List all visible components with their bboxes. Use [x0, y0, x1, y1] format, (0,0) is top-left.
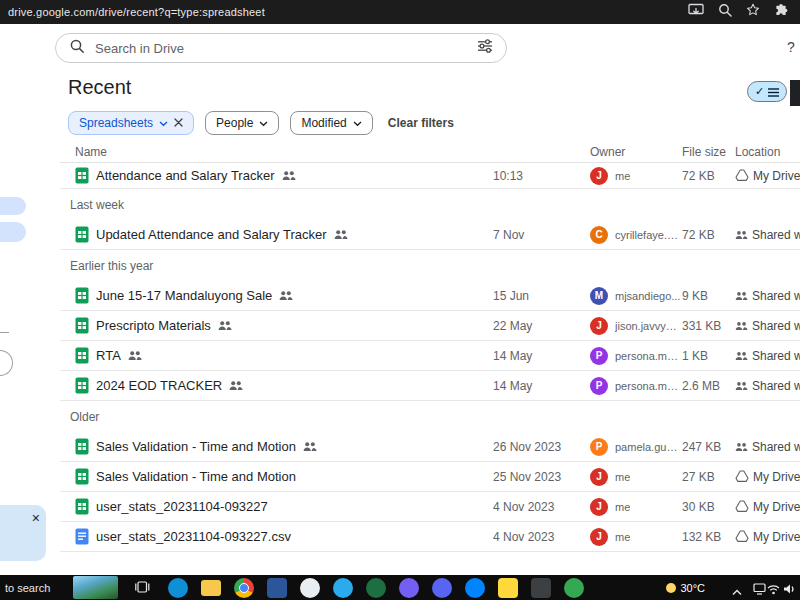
tray-chevron-up-icon[interactable]	[732, 582, 742, 600]
location-cell[interactable]: Shared wi...	[735, 287, 800, 305]
browser-url-bar: drive.google.com/drive/recent?q=type:spr…	[0, 0, 800, 24]
column-header-name[interactable]: Name	[60, 145, 493, 159]
file-row[interactable]: 2024 EOD TRACKER 14 May P persona.mag...…	[60, 371, 800, 401]
taskbar-search[interactable]: to search	[5, 582, 50, 594]
filter-chips: Spreadsheets People Modified Clear filte…	[68, 111, 458, 135]
messenger-icon[interactable]	[465, 578, 485, 598]
owner-cell: J me	[590, 498, 682, 516]
location-name: Shared wi...	[752, 349, 800, 363]
list-view-icon	[768, 83, 779, 101]
app-light-icon[interactable]	[300, 578, 320, 598]
filter-chip-modified[interactable]: Modified	[290, 111, 372, 135]
tray-volume-icon[interactable]	[783, 581, 796, 599]
location-cell[interactable]: My Drive	[735, 468, 800, 486]
location-cell[interactable]: Shared wi...	[735, 226, 800, 244]
tray-monitor-icon[interactable]	[753, 581, 766, 599]
owner-cell: J me	[590, 167, 682, 185]
viber-icon[interactable]	[399, 578, 419, 598]
drive-search-bar[interactable]: Search in Drive	[55, 33, 507, 63]
filter-chip-spreadsheets[interactable]: Spreadsheets	[68, 111, 194, 135]
location-cell[interactable]: My Drive	[735, 498, 800, 516]
search-placeholder: Search in Drive	[95, 41, 467, 56]
owner-name: persona.mag...	[615, 380, 682, 392]
location-cell[interactable]: Shared wi...	[735, 317, 800, 335]
url-text[interactable]: drive.google.com/drive/recent?q=type:spr…	[8, 6, 688, 18]
chrome-icon[interactable]	[234, 578, 254, 598]
location-name: Shared wi...	[752, 228, 800, 242]
cast-icon[interactable]	[688, 3, 704, 21]
owner-name: me	[615, 531, 630, 543]
shared-folder-icon	[735, 287, 748, 305]
weather-temp[interactable]: 30°C	[666, 575, 705, 600]
file-size: 72 KB	[682, 228, 735, 242]
weather-widget[interactable]	[73, 576, 118, 599]
location-cell[interactable]: My Drive	[735, 528, 800, 546]
file-size: 247 KB	[682, 440, 735, 454]
close-icon[interactable]: ×	[32, 511, 40, 525]
modified-date: 25 Nov 2023	[493, 470, 590, 484]
owner-name: me	[615, 471, 630, 483]
discord-icon[interactable]	[432, 578, 452, 598]
sticky-notes-icon[interactable]	[498, 578, 518, 598]
file-list: Attendance and Salary Tracker 10:13 J me…	[60, 163, 800, 552]
obs-icon[interactable]	[531, 578, 551, 598]
file-row[interactable]: Sales Validation - Time and Motion 25 No…	[60, 462, 800, 492]
google-sheets-icon	[75, 287, 89, 304]
shared-folder-icon	[735, 317, 748, 335]
temperature-label: 30°C	[680, 582, 705, 594]
browser-toolbar-icons	[688, 3, 788, 21]
task-view-icon[interactable]	[134, 580, 150, 598]
owner-avatar: J	[590, 468, 608, 486]
telegram-icon[interactable]	[333, 578, 353, 598]
location-name: My Drive	[753, 530, 800, 544]
owner-cell: P persona.mag...	[590, 347, 682, 365]
edge-icon[interactable]	[168, 578, 188, 598]
table-header-row: Name Owner File size Location	[60, 142, 800, 163]
bookmark-star-icon[interactable]	[746, 3, 760, 21]
advanced-search-tune-icon[interactable]	[477, 39, 493, 57]
excel-icon[interactable]	[366, 578, 386, 598]
notification-toast[interactable]: ×	[0, 505, 46, 561]
help-icon[interactable]: ?	[787, 39, 799, 55]
location-cell[interactable]: Shared wi...	[735, 347, 800, 365]
google-sheets-icon	[75, 438, 89, 455]
location-cell[interactable]: Shared wi...	[735, 438, 800, 456]
owner-avatar: P	[590, 377, 608, 395]
shared-folder-icon	[735, 226, 748, 244]
list-view-toggle[interactable]: ✓	[747, 81, 787, 102]
meet-icon[interactable]	[564, 578, 584, 598]
file-row[interactable]: June 15-17 Mandaluyong Sale 15 Jun M mjs…	[60, 281, 800, 311]
tray-network-icon[interactable]	[767, 581, 780, 599]
file-name: June 15-17 Mandaluyong Sale	[96, 288, 272, 303]
file-name-cell: RTA	[60, 347, 493, 364]
file-row[interactable]: Prescripto Materials 22 May J jison.javv…	[60, 311, 800, 341]
sidebar-cutoff-pill	[0, 222, 26, 242]
extensions-puzzle-icon[interactable]	[774, 3, 788, 21]
word-icon[interactable]	[267, 578, 287, 598]
modified-date: 22 May	[493, 319, 590, 333]
owner-avatar: J	[590, 528, 608, 546]
file-name: Sales Validation - Time and Motion	[96, 439, 296, 454]
file-row[interactable]: user_stats_20231104-093227.csv 4 Nov 202…	[60, 522, 800, 552]
close-icon[interactable]	[174, 116, 183, 130]
csv-file-icon	[75, 528, 89, 545]
location-cell[interactable]: Shared wi...	[735, 377, 800, 395]
file-row[interactable]: Sales Validation - Time and Motion 26 No…	[60, 432, 800, 462]
shared-people-icon	[334, 229, 348, 240]
owner-avatar: P	[590, 347, 608, 365]
shared-people-icon	[282, 170, 296, 181]
file-row[interactable]: user_stats_20231104-093227 4 Nov 2023 J …	[60, 492, 800, 522]
my-drive-icon	[735, 498, 749, 516]
windows-taskbar: to search 30°C	[0, 575, 800, 600]
search-icon[interactable]	[718, 3, 732, 21]
clear-filters-button[interactable]: Clear filters	[384, 116, 458, 130]
file-row[interactable]: Attendance and Salary Tracker 10:13 J me…	[60, 163, 800, 189]
file-row[interactable]: RTA 14 May P persona.mag... 1 KB Shared …	[60, 341, 800, 371]
location-name: Shared wi...	[752, 379, 800, 393]
location-cell[interactable]: My Drive	[735, 167, 800, 185]
filter-chip-people[interactable]: People	[205, 111, 279, 135]
file-explorer-icon[interactable]	[201, 580, 221, 596]
file-row[interactable]: Updated Attendance and Salary Tracker 7 …	[60, 220, 800, 250]
shared-folder-icon	[735, 438, 748, 456]
location-name: Shared wi...	[752, 289, 800, 303]
